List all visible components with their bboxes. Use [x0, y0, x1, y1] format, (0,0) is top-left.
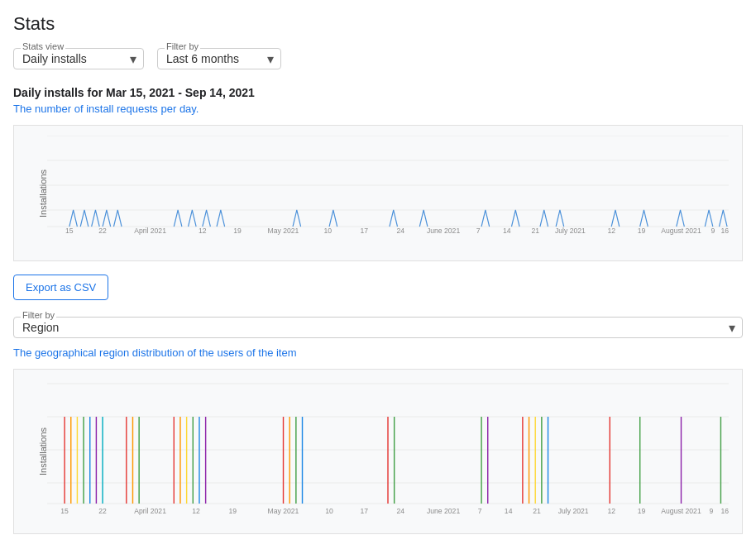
svg-text:May 2021: May 2021	[268, 227, 299, 235]
svg-text:17: 17	[360, 507, 368, 515]
svg-text:19: 19	[233, 227, 242, 235]
svg-text:19: 19	[638, 227, 646, 235]
svg-text:21: 21	[531, 227, 539, 235]
region-y-axis-label: Installations	[38, 427, 48, 475]
page-title: Stats	[13, 13, 743, 35]
svg-text:10: 10	[323, 227, 332, 235]
svg-text:July 2021: July 2021	[555, 227, 586, 235]
svg-text:24: 24	[397, 507, 405, 515]
svg-text:12: 12	[607, 507, 615, 515]
svg-text:7: 7	[478, 507, 482, 515]
svg-text:17: 17	[360, 227, 368, 235]
svg-text:24: 24	[397, 227, 405, 235]
svg-text:22: 22	[98, 227, 107, 235]
date-range-title: Daily installs for Mar 15, 2021 - Sep 14…	[13, 86, 743, 99]
stats-view-arrow-icon: ▾	[130, 51, 136, 67]
svg-text:April 2021: April 2021	[134, 507, 166, 515]
filter-by-select[interactable]: Last 6 months Last 3 months Last month L…	[166, 52, 256, 65]
region-filter-wrapper: Filter by Region United States United Ki…	[13, 317, 743, 338]
svg-text:19: 19	[638, 507, 646, 515]
region-filter-select[interactable]: Region United States United Kingdom Germ…	[22, 321, 717, 334]
svg-text:22: 22	[98, 507, 107, 515]
svg-text:August 2021: August 2021	[661, 507, 701, 515]
export-csv-button[interactable]: Export as CSV	[13, 275, 108, 300]
installs-chart: 3 2 1 0 15 22 Apri	[47, 136, 729, 235]
stats-view-select[interactable]: Daily installs Weekly installs Monthly i…	[22, 52, 118, 65]
chart-subtitle: The number of install requests per day.	[13, 103, 743, 115]
installs-chart-container: Installations 3 2 1 0	[13, 125, 743, 261]
svg-text:14: 14	[505, 507, 513, 515]
svg-text:15: 15	[60, 507, 69, 515]
svg-text:16: 16	[720, 507, 729, 515]
region-subtitle: The geographical region distribution of …	[13, 346, 743, 359]
svg-text:10: 10	[325, 507, 333, 515]
region-chart-container: Installations 1.5 1.0 0.5 0.0	[13, 369, 743, 534]
svg-text:7: 7	[476, 227, 481, 235]
svg-text:12: 12	[199, 227, 207, 235]
filter-by-wrapper: Filter by Last 6 months Last 3 months La…	[157, 48, 281, 69]
region-filter-row: Filter by Region United States United Ki…	[13, 317, 743, 338]
svg-text:12: 12	[607, 227, 615, 235]
svg-text:21: 21	[533, 507, 541, 515]
region-arrow-icon: ▾	[729, 320, 735, 336]
top-controls: Stats view Daily installs Weekly install…	[13, 48, 743, 69]
y-axis-label: Installations	[38, 169, 48, 217]
svg-text:August 2021: August 2021	[661, 227, 701, 235]
svg-text:12: 12	[192, 507, 200, 515]
stats-view-wrapper: Stats view Daily installs Weekly install…	[13, 48, 144, 69]
svg-text:19: 19	[228, 507, 237, 515]
stats-view-label: Stats view	[21, 41, 65, 51]
svg-text:16: 16	[720, 227, 729, 235]
svg-text:14: 14	[503, 227, 511, 235]
svg-text:15: 15	[65, 227, 74, 235]
filter-by-label: Filter by	[165, 41, 200, 51]
svg-text:April 2021: April 2021	[134, 227, 166, 235]
svg-text:June 2021: June 2021	[427, 507, 460, 515]
svg-text:July 2021: July 2021	[558, 507, 589, 515]
svg-text:June 2021: June 2021	[427, 227, 460, 235]
svg-text:May 2021: May 2021	[268, 507, 299, 515]
filter-by-arrow-icon: ▾	[267, 51, 274, 67]
region-chart: 1.5 1.0 0.5 0.0	[47, 380, 729, 516]
svg-text:9: 9	[711, 227, 715, 235]
region-filter-label: Filter by	[21, 310, 56, 320]
svg-text:9: 9	[710, 507, 714, 515]
